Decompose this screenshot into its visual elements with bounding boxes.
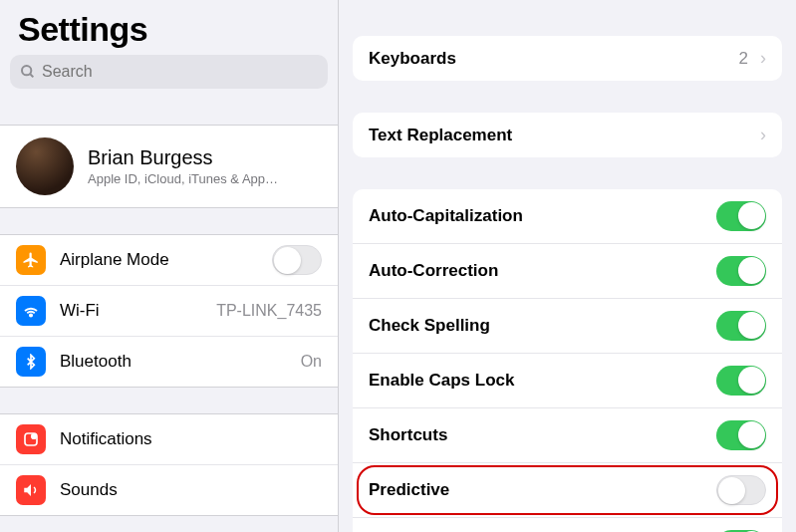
auto-capitalization-toggle[interactable] — [716, 201, 766, 231]
enable-caps-lock-toggle[interactable] — [716, 366, 766, 396]
row-enable-caps-lock[interactable]: Enable Caps Lock — [353, 354, 782, 408]
sidebar-item-bluetooth[interactable]: Bluetooth On — [0, 337, 338, 387]
search-box[interactable] — [10, 55, 328, 89]
row-label: Auto-Capitalization — [369, 206, 716, 226]
notifications-icon — [16, 424, 46, 454]
row-text-replacement[interactable]: Text Replacement › — [353, 113, 782, 157]
row-value: On — [301, 353, 322, 371]
row-label: Text Replacement — [369, 126, 752, 145]
row-smart-punctuation[interactable]: Smart Punctuation — [353, 518, 782, 532]
sidebar-item-airplane[interactable]: Airplane Mode — [0, 235, 338, 286]
profile-subtitle: Apple ID, iCloud, iTunes & App… — [88, 171, 278, 186]
keyboard-settings-group: Auto-Capitalization Auto-Correction Chec… — [353, 189, 782, 532]
sidebar-item-notifications[interactable]: Notifications — [0, 414, 338, 465]
sidebar: Settings Brian Burgess Apple ID, iCloud,… — [0, 0, 339, 532]
shortcuts-toggle[interactable] — [716, 420, 766, 450]
sidebar-item-wifi[interactable]: Wi-Fi TP-LINK_7435 — [0, 286, 338, 337]
row-count: 2 — [739, 49, 748, 69]
row-label: Airplane Mode — [60, 250, 272, 270]
row-label: Bluetooth — [60, 352, 293, 372]
search-icon — [20, 64, 36, 80]
system-group: Notifications Sounds — [0, 413, 338, 516]
chevron-right-icon: › — [760, 48, 766, 69]
sidebar-item-sounds[interactable]: Sounds — [0, 465, 338, 515]
row-label: Keyboards — [369, 49, 739, 69]
svg-point-4 — [32, 434, 37, 439]
row-label: Check Spelling — [369, 316, 716, 336]
profile-name: Brian Burgess — [88, 146, 278, 169]
search-input[interactable] — [42, 63, 318, 81]
row-auto-capitalization[interactable]: Auto-Capitalization — [353, 189, 782, 244]
row-label: Notifications — [60, 429, 322, 449]
row-predictive[interactable]: Predictive — [353, 463, 782, 518]
row-label: Predictive — [369, 480, 716, 500]
profile-text: Brian Burgess Apple ID, iCloud, iTunes &… — [88, 146, 278, 186]
row-label: Wi-Fi — [60, 301, 208, 321]
row-label: Shortcuts — [369, 425, 716, 445]
row-label: Sounds — [60, 480, 322, 500]
profile-group: Brian Burgess Apple ID, iCloud, iTunes &… — [0, 125, 338, 208]
page-title: Settings — [0, 0, 338, 55]
row-keyboards[interactable]: Keyboards 2 › — [353, 36, 782, 81]
row-auto-correction[interactable]: Auto-Correction — [353, 244, 782, 299]
row-shortcuts[interactable]: Shortcuts — [353, 408, 782, 463]
row-value: TP-LINK_7435 — [216, 302, 322, 320]
svg-point-2 — [30, 314, 32, 316]
sounds-icon — [16, 475, 46, 505]
wifi-icon — [16, 296, 46, 326]
keyboards-group: Keyboards 2 › — [353, 36, 782, 81]
airplane-toggle[interactable] — [272, 245, 322, 275]
main-panel: Keyboards 2 › Text Replacement › Auto-Ca… — [339, 0, 796, 532]
airplane-icon — [16, 245, 46, 275]
search-container — [0, 55, 338, 99]
svg-point-0 — [22, 66, 31, 75]
avatar — [16, 137, 74, 195]
chevron-right-icon: › — [760, 125, 766, 145]
text-replacement-group: Text Replacement › — [353, 113, 782, 157]
profile-row[interactable]: Brian Burgess Apple ID, iCloud, iTunes &… — [0, 126, 338, 207]
auto-correction-toggle[interactable] — [716, 256, 766, 286]
predictive-toggle[interactable] — [716, 475, 766, 505]
row-label: Auto-Correction — [369, 261, 716, 281]
connectivity-group: Airplane Mode Wi-Fi TP-LINK_7435 Bluetoo… — [0, 234, 338, 388]
row-label: Enable Caps Lock — [369, 371, 716, 391]
row-check-spelling[interactable]: Check Spelling — [353, 299, 782, 354]
bluetooth-icon — [16, 347, 46, 377]
check-spelling-toggle[interactable] — [716, 311, 766, 341]
svg-line-1 — [30, 74, 33, 77]
